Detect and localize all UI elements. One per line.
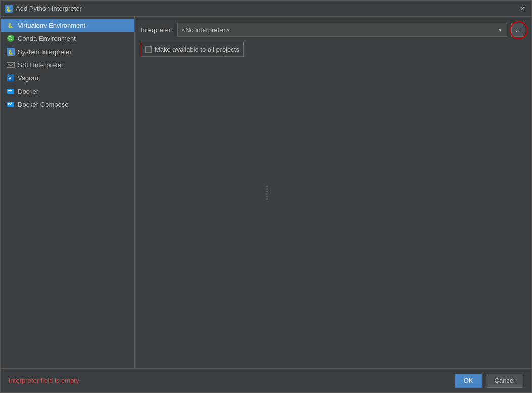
sidebar-item-system[interactable]: 🐍 System Interpreter (1, 45, 134, 58)
svg-text:🐍: 🐍 (8, 49, 14, 55)
ssh-icon (7, 61, 15, 69)
svg-text:C: C (8, 36, 12, 41)
sidebar-label-docker: Docker (18, 88, 38, 95)
error-message: Interpreter field is empty (9, 377, 79, 384)
make-available-label: Make available to all projects (155, 46, 239, 53)
browse-button[interactable]: ... (511, 23, 525, 37)
interpreter-value: <No interpreter> (182, 26, 230, 34)
python-icon: 🐍 (5, 5, 13, 13)
svg-rect-15 (8, 103, 9, 104)
conda-icon: C (7, 34, 15, 42)
svg-text:🐍: 🐍 (6, 6, 12, 12)
sidebar-label-conda: Conda Environment (18, 35, 76, 42)
sidebar-item-vagrant[interactable]: V Vagrant (1, 71, 134, 84)
title-bar-left: 🐍 Add Python Interpreter (5, 5, 82, 13)
docker-compose-icon (7, 100, 15, 108)
sidebar-item-virtualenv[interactable]: 🐍 Virtualenv Environment (1, 19, 134, 32)
dialog-title: Add Python Interpreter (16, 5, 82, 12)
ok-button[interactable]: OK (455, 374, 482, 388)
sidebar-item-conda[interactable]: C Conda Environment (1, 32, 134, 45)
svg-rect-19 (10, 104, 11, 105)
svg-rect-14 (7, 102, 14, 107)
svg-rect-13 (10, 90, 12, 91)
svg-rect-12 (8, 90, 10, 91)
sidebar-label-docker-compose: Docker Compose (18, 101, 68, 108)
system-icon: 🐍 (7, 48, 15, 56)
make-available-row: Make available to all projects (141, 42, 244, 57)
sidebar-label-vagrant: Vagrant (18, 74, 40, 82)
svg-rect-8 (7, 62, 15, 67)
title-bar: 🐍 Add Python Interpreter × (1, 1, 531, 17)
sidebar-item-docker-compose[interactable]: Docker Compose (1, 98, 134, 111)
sidebar-item-docker[interactable]: Docker (1, 84, 134, 98)
footer-buttons: OK Cancel (455, 374, 523, 388)
dialog-body: 🐍 Virtualenv Environment C Conda Environ… (1, 17, 531, 368)
sidebar-label-virtualenv: Virtualenv Environment (18, 22, 85, 29)
svg-rect-18 (8, 104, 9, 105)
close-button[interactable]: × (517, 4, 527, 14)
sidebar-label-system: System Interpreter (18, 48, 72, 56)
make-available-checkbox[interactable] (145, 46, 152, 53)
footer: Interpreter field is empty OK Cancel (1, 368, 531, 392)
sidebar-label-ssh: SSH Interpreter (18, 61, 63, 69)
virtualenv-icon: 🐍 (7, 21, 15, 29)
interpreter-dropdown[interactable]: <No interpreter> ▼ (177, 23, 507, 37)
svg-rect-16 (9, 103, 10, 104)
resize-handle[interactable] (266, 186, 268, 200)
svg-text:🐍: 🐍 (7, 22, 14, 29)
interpreter-label: Interpreter: (141, 26, 173, 34)
svg-text:V: V (8, 75, 12, 81)
vagrant-icon: V (7, 74, 15, 82)
add-python-interpreter-dialog: 🐍 Add Python Interpreter × 🐍 Virtualenv … (0, 0, 532, 393)
dropdown-arrow-icon: ▼ (498, 27, 503, 33)
svg-rect-17 (11, 103, 12, 104)
sidebar-item-ssh[interactable]: SSH Interpreter (1, 58, 134, 71)
docker-icon (7, 87, 15, 95)
interpreter-row: Interpreter: <No interpreter> ▼ ... (141, 23, 525, 37)
sidebar: 🐍 Virtualenv Environment C Conda Environ… (1, 17, 135, 368)
cancel-button[interactable]: Cancel (486, 374, 523, 388)
main-content: Interpreter: <No interpreter> ▼ ... Make… (135, 17, 531, 368)
